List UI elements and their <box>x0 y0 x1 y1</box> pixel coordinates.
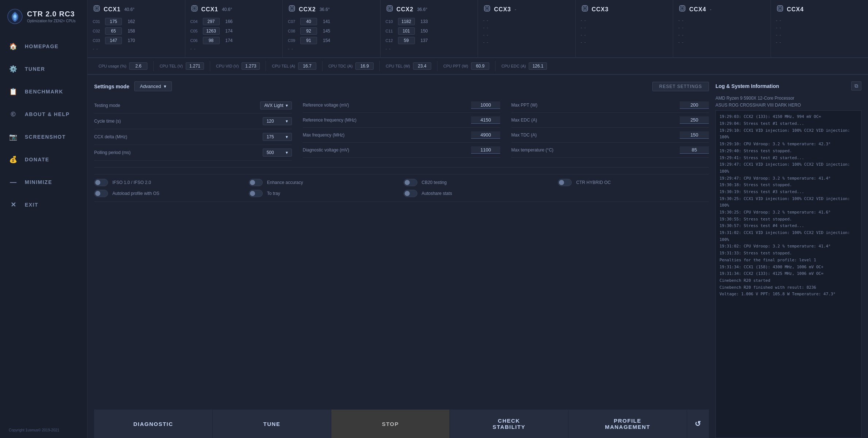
chevron-down-icon: ▾ <box>286 103 288 108</box>
cpu-core-row-ccx2a-1: C08 92 145 <box>288 27 375 35</box>
cpu-panel-header-ccx1b: CCX1 40.6° <box>190 4 278 14</box>
cpu-panel-header-ccx3b: CCX3 <box>581 4 668 14</box>
log-entry: 19:31:34: CCX1 (158): 4300 MHz, 1006 mV … <box>720 264 857 271</box>
status-label: CPU VID (V) <box>216 64 239 68</box>
core-dash: - <box>483 18 485 23</box>
reset-settings-button[interactable]: RESET SETTINGS <box>652 82 709 91</box>
sidebar-item-minimize[interactable]: — MINIMIZE <box>0 171 87 193</box>
core-dash: - <box>386 46 387 51</box>
toggle-1[interactable] <box>249 179 263 186</box>
core-val2: 133 <box>417 19 428 24</box>
action-btn-diagnostic[interactable]: DIAGNOSTIC <box>94 410 213 438</box>
cpu-chip-icon <box>678 4 686 14</box>
action-btn-profile_management[interactable]: PROFILE MANAGEMENT <box>568 410 687 438</box>
toggle-0[interactable] <box>94 179 108 186</box>
setting-label: Max EDC (A) <box>511 118 537 123</box>
settings-divider <box>94 167 709 168</box>
action-btn-check_stability[interactable]: CHECK STABILITY <box>450 410 568 438</box>
setting-label: Max temperature (°C) <box>511 147 553 153</box>
sidebar-item-screenshot[interactable]: 📷 SCREENSHOT <box>0 126 87 148</box>
screenshot-icon: 📷 <box>9 132 18 142</box>
cpu-panel-temp: 36.6° <box>417 7 427 12</box>
cpu-core-row-empty: - - <box>678 32 765 38</box>
log-content[interactable]: 19:29:03: CCX2 (133): 4150 MHz, 994 mV O… <box>715 110 861 438</box>
sidebar-item-tuner[interactable]: ⚙️ TUNER <box>0 58 87 80</box>
setting-dropdown[interactable]: 175 ▾ <box>263 133 292 141</box>
toggle-2[interactable] <box>404 179 417 186</box>
setting-input[interactable] <box>471 146 500 154</box>
action-btn-refresh[interactable]: ↺ <box>687 410 709 438</box>
setting-row-0-1: Cycle time (s) 120 ▾ <box>94 114 292 129</box>
cpu-core-row-ccx2a-0: C07 40 141 <box>288 18 375 25</box>
core-dash: - <box>678 18 680 23</box>
status-item-2: CPU VID (V) 1.273 <box>210 61 266 71</box>
sidebar-item-about[interactable]: © ABOUT & HELP <box>0 103 87 126</box>
settings-mode-dropdown[interactable]: Advanced ▾ <box>134 81 172 91</box>
minimize-icon: — <box>9 177 18 187</box>
setting-input[interactable] <box>680 131 709 139</box>
cpu-core-row-empty: - - <box>581 32 668 38</box>
sidebar-item-donate[interactable]: 💰 DONATE <box>0 148 87 171</box>
core-dash: - <box>487 25 488 30</box>
status-item-1: CPU TEL (V) 1.271 <box>154 61 210 71</box>
log-entry: Penalties for the final profile: level 1 <box>720 257 857 264</box>
toggle-6[interactable] <box>404 190 417 197</box>
toggle-row-0: IFSO 1.0 / IFSO 2.0 <box>94 179 245 186</box>
core-val2: 154 <box>319 38 330 43</box>
svg-rect-101 <box>779 7 782 10</box>
core-val1: 147 <box>105 37 122 44</box>
cpu-chip-icon <box>190 4 198 14</box>
sidebar-item-homepage[interactable]: 🏠 HOMEPAGE <box>0 35 87 58</box>
settings-col-2: Max PPT (W) Max EDC (A) Max TDC (A) Max … <box>511 98 709 161</box>
cpu-panel-header-ccx4b: CCX4 <box>776 4 863 14</box>
setting-input[interactable] <box>680 101 709 109</box>
setting-input[interactable] <box>471 131 500 139</box>
cpu-panel-title: CCX2 <box>299 6 316 13</box>
core-dash: - <box>776 40 778 45</box>
status-bar: CPU usage (%) 2.6CPU TEL (V) 1.271CPU VI… <box>88 58 868 75</box>
core-val1: 59 <box>398 37 415 44</box>
core-dash: - <box>780 40 781 45</box>
cpu-chip-icon <box>776 4 784 14</box>
action-btn-tune[interactable]: TUNE <box>213 410 331 438</box>
setting-dropdown[interactable]: 120 ▾ <box>263 117 292 125</box>
core-dash: - <box>581 25 582 30</box>
toggle-5[interactable] <box>249 190 263 197</box>
setting-dropdown-value: 500 <box>267 150 274 155</box>
toggle-row-4: Autoload profile with OS <box>94 190 245 197</box>
action-btn-stop[interactable]: STOP <box>331 410 450 438</box>
toggle-label-5: To tray <box>267 191 280 196</box>
sidebar-item-exit[interactable]: ✕ EXIT <box>0 193 87 216</box>
core-dash: - <box>776 18 778 23</box>
log-sysinfo-line: AMD Ryzen 9 5900X 12-Core Processor <box>715 95 861 102</box>
log-entry: 19:31:02: CCX1 VID injection: 100% CCX2 … <box>720 230 857 243</box>
setting-input[interactable] <box>471 101 500 109</box>
setting-dropdown[interactable]: AVX Light ▾ <box>260 101 292 110</box>
core-dash: - <box>96 46 98 51</box>
sidebar-label-benchmark: BENCHMARK <box>25 89 63 95</box>
setting-input[interactable] <box>471 116 500 124</box>
core-label: C04 <box>190 19 201 24</box>
cpu-core-row-empty: - - <box>776 40 863 45</box>
status-value: 16.9 <box>355 62 374 70</box>
log-entry: 19:30:55: Stress test stopped. <box>720 216 857 223</box>
log-entry: 19:30:18: Stress test stopped. <box>720 182 857 189</box>
toggle-3[interactable] <box>558 179 572 186</box>
core-val2: 141 <box>319 19 330 24</box>
svg-point-1 <box>13 15 16 18</box>
status-item-7: CPU EDC (A) 126.1 <box>495 61 553 71</box>
home-icon: 🏠 <box>9 42 18 51</box>
setting-dropdown[interactable]: 500 ▾ <box>263 149 292 157</box>
sidebar-item-benchmark[interactable]: 📋 BENCHMARK <box>0 80 87 103</box>
core-val1: 101 <box>398 27 415 35</box>
toggles-section: IFSO 1.0 / IFSO 2.0 Enhance accuracy CB2… <box>94 174 709 202</box>
status-value: 126.1 <box>529 62 547 70</box>
cpu-panel-header-ccx2a: CCX2 36.6° <box>288 4 375 14</box>
log-copy-button[interactable]: ⧉ <box>851 81 861 91</box>
setting-input[interactable] <box>680 116 709 124</box>
toggle-4[interactable] <box>94 190 108 197</box>
setting-input[interactable] <box>680 146 709 154</box>
core-dash: - <box>780 18 781 23</box>
cpu-panel-title: CCX1 <box>201 6 219 13</box>
core-val1: 297 <box>203 18 220 25</box>
